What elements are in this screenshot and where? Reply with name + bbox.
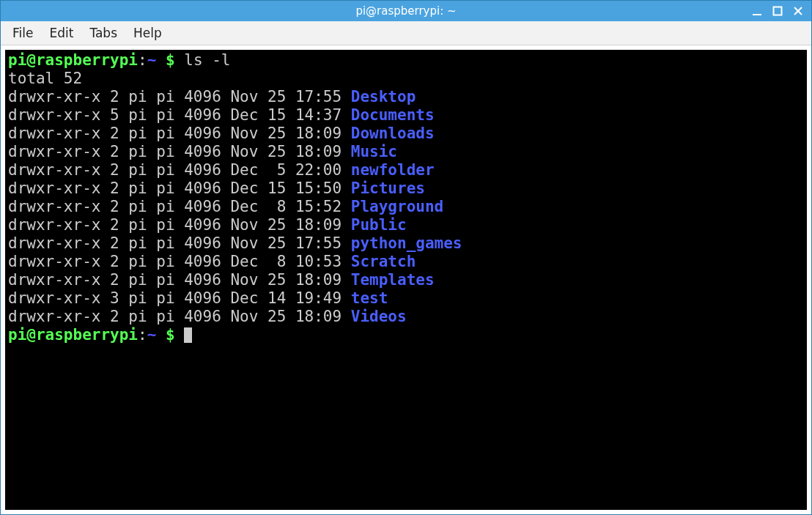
listing-row: drwxr-xr-x 5 pi pi 4096 Dec 15 14:37 Doc… bbox=[8, 106, 804, 125]
listing-name: newfolder bbox=[351, 161, 435, 179]
listing-name: Pictures bbox=[351, 179, 425, 197]
listing-name: Desktop bbox=[351, 88, 416, 105]
listing-meta: drwxr-xr-x 2 pi pi 4096 Nov 25 17:55 bbox=[8, 234, 351, 252]
command-text: ls -l bbox=[184, 51, 230, 69]
minimize-icon[interactable] bbox=[751, 5, 763, 17]
prompt-colon: : bbox=[138, 326, 147, 344]
listing-name: Templates bbox=[351, 271, 435, 289]
listing-name: python_games bbox=[351, 234, 462, 252]
menubar: File Edit Tabs Help bbox=[1, 21, 811, 45]
total-line: total 52 bbox=[8, 70, 804, 88]
window-title: pi@raspberrypi: ~ bbox=[1, 4, 811, 18]
menu-file[interactable]: File bbox=[5, 23, 40, 43]
window-controls bbox=[751, 5, 811, 17]
prompt-userhost: pi@raspberrypi bbox=[8, 51, 138, 69]
close-icon[interactable] bbox=[792, 5, 804, 17]
svg-rect-1 bbox=[774, 7, 782, 15]
titlebar[interactable]: pi@raspberrypi: ~ bbox=[1, 1, 811, 21]
listing-name: Documents bbox=[351, 106, 435, 124]
listing-row: drwxr-xr-x 2 pi pi 4096 Nov 25 18:09 Pub… bbox=[8, 216, 804, 234]
listing-row: drwxr-xr-x 2 pi pi 4096 Nov 25 18:09 Tem… bbox=[8, 271, 804, 289]
prompt-path: ~ bbox=[147, 51, 157, 69]
cursor-block bbox=[184, 327, 192, 343]
listing-name: Videos bbox=[351, 308, 407, 325]
listing-name: Public bbox=[351, 216, 407, 234]
listing-row: drwxr-xr-x 2 pi pi 4096 Dec 8 15:52 Play… bbox=[8, 198, 804, 216]
listing-meta: drwxr-xr-x 2 pi pi 4096 Dec 5 22:00 bbox=[8, 161, 351, 179]
listing-name: Scratch bbox=[351, 253, 416, 270]
terminal-container: pi@raspberrypi:~ $ ls -ltotal 52drwxr-xr… bbox=[1, 45, 811, 514]
menu-tabs[interactable]: Tabs bbox=[82, 23, 125, 43]
terminal[interactable]: pi@raspberrypi:~ $ ls -ltotal 52drwxr-xr… bbox=[5, 50, 807, 510]
listing-row: drwxr-xr-x 2 pi pi 4096 Nov 25 17:55 pyt… bbox=[8, 234, 804, 253]
listing-meta: drwxr-xr-x 2 pi pi 4096 Nov 25 18:09 bbox=[8, 143, 351, 160]
listing-meta: drwxr-xr-x 2 pi pi 4096 Dec 15 15:50 bbox=[8, 179, 351, 197]
listing-row: drwxr-xr-x 2 pi pi 4096 Dec 8 10:53 Scra… bbox=[8, 253, 804, 271]
listing-row: drwxr-xr-x 2 pi pi 4096 Dec 5 22:00 newf… bbox=[8, 161, 804, 179]
listing-name: test bbox=[351, 289, 388, 307]
listing-row: drwxr-xr-x 2 pi pi 4096 Nov 25 18:09 Vid… bbox=[8, 308, 804, 326]
listing-name: Music bbox=[351, 143, 397, 160]
command-line: pi@raspberrypi:~ $ ls -l bbox=[8, 51, 804, 70]
svg-rect-0 bbox=[753, 14, 761, 15]
listing-meta: drwxr-xr-x 2 pi pi 4096 Nov 25 18:09 bbox=[8, 271, 351, 289]
listing-name: Playground bbox=[351, 198, 443, 215]
listing-meta: drwxr-xr-x 2 pi pi 4096 Dec 8 10:53 bbox=[8, 253, 351, 270]
listing-meta: drwxr-xr-x 2 pi pi 4096 Nov 25 18:09 bbox=[8, 125, 351, 142]
prompt-dollar: $ bbox=[156, 51, 184, 69]
prompt-line: pi@raspberrypi:~ $ bbox=[8, 326, 804, 344]
listing-name: Downloads bbox=[351, 125, 435, 142]
prompt-userhost: pi@raspberrypi bbox=[8, 326, 138, 344]
prompt-dollar: $ bbox=[156, 326, 184, 344]
listing-row: drwxr-xr-x 2 pi pi 4096 Nov 25 18:09 Mus… bbox=[8, 143, 804, 161]
terminal-window: pi@raspberrypi: ~ File Edit Tabs Help pi… bbox=[0, 0, 812, 515]
menu-help[interactable]: Help bbox=[126, 23, 169, 43]
listing-row: drwxr-xr-x 2 pi pi 4096 Nov 25 18:09 Dow… bbox=[8, 125, 804, 143]
listing-row: drwxr-xr-x 2 pi pi 4096 Nov 25 17:55 Des… bbox=[8, 88, 804, 106]
listing-meta: drwxr-xr-x 2 pi pi 4096 Nov 25 18:09 bbox=[8, 216, 351, 234]
listing-meta: drwxr-xr-x 3 pi pi 4096 Dec 14 19:49 bbox=[8, 289, 351, 307]
listing-meta: drwxr-xr-x 2 pi pi 4096 Dec 8 15:52 bbox=[8, 198, 351, 215]
maximize-icon[interactable] bbox=[772, 5, 783, 17]
listing-row: drwxr-xr-x 3 pi pi 4096 Dec 14 19:49 tes… bbox=[8, 289, 804, 308]
prompt-colon: : bbox=[138, 51, 147, 69]
listing-meta: drwxr-xr-x 2 pi pi 4096 Nov 25 17:55 bbox=[8, 88, 351, 105]
prompt-path: ~ bbox=[147, 326, 157, 344]
menu-edit[interactable]: Edit bbox=[42, 23, 81, 43]
listing-meta: drwxr-xr-x 2 pi pi 4096 Nov 25 18:09 bbox=[8, 308, 351, 325]
listing-row: drwxr-xr-x 2 pi pi 4096 Dec 15 15:50 Pic… bbox=[8, 179, 804, 198]
listing-meta: drwxr-xr-x 5 pi pi 4096 Dec 15 14:37 bbox=[8, 106, 351, 124]
